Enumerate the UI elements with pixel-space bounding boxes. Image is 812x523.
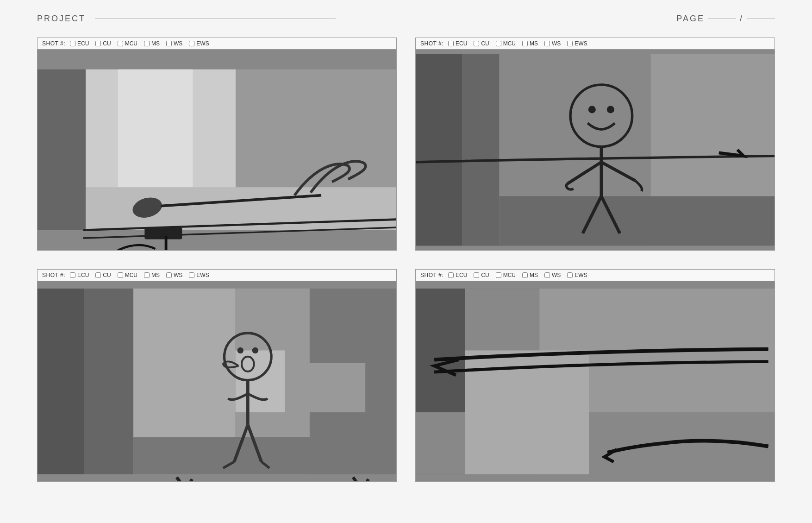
panel-1-checkboxes: ECU CU MCU MS WS EWS — [70, 40, 209, 47]
panel-4-canvas — [415, 281, 775, 482]
page-number-line — [708, 19, 736, 19]
panel-3-wrapper: SHOT #: ECU CU MCU MS WS EWS — [28, 265, 406, 496]
page-slash: / — [740, 14, 743, 24]
panel-1-header: SHOT #: ECU CU MCU MS WS EWS — [37, 38, 397, 49]
panel-3-mcu[interactable]: MCU — [118, 272, 137, 278]
svg-rect-1 — [37, 69, 86, 230]
panel-3-canvas — [37, 281, 397, 482]
panel-2-svg — [416, 50, 775, 250]
panel-2-ews[interactable]: EWS — [567, 40, 587, 47]
panel-1-canvas — [37, 49, 397, 251]
panel-2-canvas — [415, 49, 775, 251]
page-total-line — [747, 19, 775, 19]
panel-4-cu[interactable]: CU — [474, 272, 489, 278]
panel-1-shot-label: SHOT #: — [42, 40, 65, 47]
panel-2-ms[interactable]: MS — [522, 40, 538, 47]
panel-3-checkboxes: ECU CU MCU MS WS EWS — [70, 272, 209, 278]
page-text: PAGE — [676, 14, 705, 24]
svg-rect-27 — [84, 288, 133, 474]
panel-2-wrapper: SHOT #: ECU CU MCU MS WS EWS — [406, 33, 784, 265]
svg-rect-26 — [37, 288, 84, 474]
panel-1-cu[interactable]: CU — [95, 40, 111, 47]
panel-2-cu[interactable]: CU — [474, 40, 489, 47]
page-section: PAGE / — [676, 14, 775, 24]
panel-4-ews[interactable]: EWS — [567, 272, 587, 278]
panel-1-svg — [37, 50, 396, 250]
panel-4-shot-label: SHOT #: — [420, 272, 443, 278]
svg-point-35 — [237, 347, 244, 353]
panel-4-ecu[interactable]: ECU — [448, 272, 467, 278]
panel-3-svg — [37, 281, 396, 482]
svg-rect-32 — [304, 363, 366, 412]
panel-3-cu[interactable]: CU — [95, 272, 111, 278]
panel-2-shot-label: SHOT #: — [420, 40, 443, 47]
panel-3-ews[interactable]: EWS — [189, 272, 209, 278]
panel-3-ws[interactable]: WS — [166, 272, 182, 278]
panel-1-mcu[interactable]: MCU — [118, 40, 137, 47]
svg-point-36 — [252, 347, 258, 353]
storyboard-grid: SHOT #: ECU CU MCU MS WS EWS — [0, 33, 812, 510]
svg-rect-13 — [462, 54, 499, 246]
panel-1-ms[interactable]: MS — [144, 40, 160, 47]
panel-4-ms[interactable]: MS — [522, 272, 538, 278]
project-line — [95, 19, 336, 19]
panel-2-ecu[interactable]: ECU — [448, 40, 467, 47]
project-section: PROJECT — [37, 14, 336, 24]
panel-4-header: SHOT #: ECU CU MCU MS WS EWS — [415, 269, 775, 281]
svg-point-19 — [607, 106, 614, 113]
panel-3-ecu[interactable]: ECU — [70, 272, 89, 278]
panel-3-header: SHOT #: ECU CU MCU MS WS EWS — [37, 269, 397, 281]
panel-4-ws[interactable]: WS — [544, 272, 561, 278]
svg-rect-12 — [416, 54, 462, 246]
svg-rect-33 — [133, 437, 396, 474]
svg-point-18 — [588, 106, 596, 113]
svg-rect-8 — [144, 227, 182, 239]
panel-2-header: SHOT #: ECU CU MCU MS WS EWS — [415, 38, 775, 49]
panel-4-svg — [416, 281, 775, 482]
panel-4-checkboxes: ECU CU MCU MS WS EWS — [448, 272, 587, 278]
panel-2-mcu[interactable]: MCU — [496, 40, 516, 47]
page-header: PROJECT PAGE / — [0, 0, 812, 33]
panel-1-wrapper: SHOT #: ECU CU MCU MS WS EWS — [28, 33, 406, 265]
panel-1-ecu[interactable]: ECU — [70, 40, 89, 47]
panel-4-wrapper: SHOT #: ECU CU MCU MS WS EWS — [406, 265, 784, 496]
project-text: PROJECT — [37, 14, 86, 24]
panel-4-mcu[interactable]: MCU — [496, 272, 516, 278]
panel-3-ms[interactable]: MS — [144, 272, 160, 278]
panel-2-checkboxes: ECU CU MCU MS WS EWS — [448, 40, 587, 47]
panel-3-shot-label: SHOT #: — [42, 272, 65, 278]
svg-rect-16 — [499, 196, 775, 246]
panel-1-ews[interactable]: EWS — [189, 40, 209, 47]
panel-1-ws[interactable]: WS — [166, 40, 182, 47]
panel-2-ws[interactable]: WS — [544, 40, 561, 47]
